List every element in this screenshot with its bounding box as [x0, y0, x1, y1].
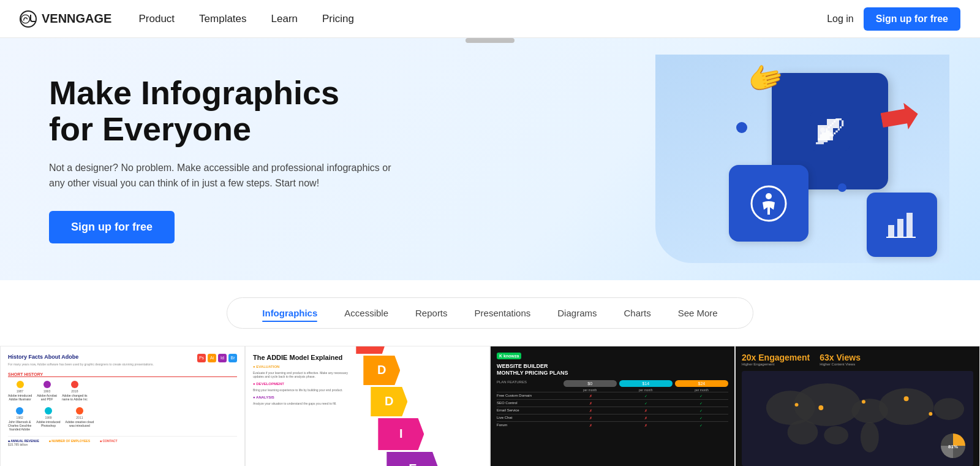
hero-section: Make Infographics for Everyone Not a des…	[0, 38, 980, 280]
nav-pricing[interactable]: Pricing	[320, 13, 356, 25]
card-adobe-content: History Facts About Adobe For many years…	[1, 346, 244, 466]
cards-section: History Facts About Adobe For many years…	[0, 346, 980, 466]
hero-content: Make Infographics for Everyone Not a des…	[0, 38, 441, 280]
pricing-row-livechat: Live Chat ✗ ✗ ✓	[497, 414, 728, 421]
svg-point-0	[21, 15, 30, 23]
nav-links: Product Templates Learn Pricing	[136, 13, 356, 25]
logo-icon	[20, 10, 37, 28]
card-addie-inner: The ADDIE Model Explained ● EVALUATION E…	[246, 346, 489, 466]
card-addie-title: The ADDIE Model Explained	[253, 354, 351, 361]
pricing-row-seo: SEO Control ✗ ✓ ✓	[497, 399, 728, 407]
navbar: VENNGAGE Product Templates Learn Pricing…	[0, 0, 980, 38]
stat-engagement-label: Higher Engagement	[742, 362, 810, 366]
card-map-content: 20x Engagement Higher Engagement 63x Vie…	[736, 346, 979, 466]
card-pricing-header: K knowza	[497, 353, 728, 359]
svg-point-16	[824, 426, 848, 445]
hero-illustration: 🖌 🫱	[662, 38, 980, 280]
stat-views-label: Higher Content Views	[820, 362, 861, 366]
logo[interactable]: VENNGAGE	[20, 10, 111, 28]
puzzle-piece-charts	[867, 193, 937, 257]
plan-free: $0 per month	[564, 380, 617, 392]
svg-rect-6	[888, 225, 894, 237]
stat-views: 63x Views	[820, 353, 861, 362]
plan-14: $14 per month	[619, 380, 673, 392]
hero-signup-button[interactable]: Sign up for free	[49, 211, 175, 243]
svg-point-19	[862, 400, 865, 403]
card-pricing-plans: PLAN FEATURES $0 per month $14 per month…	[497, 380, 728, 392]
svg-rect-8	[907, 213, 913, 237]
card-pricing-inner: K knowza WEBSITE BUILDERMONTHLY PRICING …	[491, 346, 734, 466]
svg-point-21	[929, 412, 932, 416]
login-button[interactable]: Log in	[827, 13, 854, 25]
hero-subtitle: Not a designer? No problem. Make accessi…	[49, 160, 392, 191]
card-adobe-icons: Ps Ai Id Br	[197, 354, 237, 362]
plan-24: $24 per month	[675, 380, 728, 392]
tabs-container: Infographics Accessible Reports Presenta…	[227, 297, 753, 329]
card-pricing-logo: K knowza	[497, 353, 521, 359]
pie-chart: 81%	[938, 430, 968, 461]
card-pricing-table: Free Custom Domain ✗ ✓ ✓ SEO Control ✗ ✓…	[497, 392, 728, 429]
card-pricing[interactable]: K knowza WEBSITE BUILDERMONTHLY PRICING …	[490, 346, 735, 466]
card-addie[interactable]: The ADDIE Model Explained ● EVALUATION E…	[245, 346, 490, 466]
card-addie-content: The ADDIE Model Explained ● EVALUATION E…	[246, 346, 489, 466]
nav-templates[interactable]: Templates	[197, 13, 249, 25]
card-adobe-subtitle: For many years now, Adobe software has b…	[8, 362, 154, 366]
svg-point-15	[788, 420, 818, 445]
world-map: 81%	[742, 371, 973, 466]
svg-point-14	[933, 398, 964, 420]
red-arrow-icon	[880, 101, 921, 140]
svg-text:81%: 81%	[948, 444, 958, 449]
svg-point-18	[818, 405, 823, 410]
tab-see-more[interactable]: See More	[666, 302, 730, 324]
nav-learn[interactable]: Learn	[269, 13, 300, 25]
card-map-inner: 20x Engagement Higher Engagement 63x Vie…	[736, 346, 979, 466]
nav-product[interactable]: Product	[136, 13, 177, 25]
tab-diagrams[interactable]: Diagrams	[545, 302, 609, 324]
card-pricing-content: K knowza WEBSITE BUILDERMONTHLY PRICING …	[491, 346, 734, 466]
puzzle-piece-accessibility	[729, 165, 809, 242]
tabs-section: Infographics Accessible Reports Presenta…	[0, 297, 980, 329]
card-pricing-title: WEBSITE BUILDERMONTHLY PRICING PLANS	[497, 363, 728, 376]
hero-title: Make Infographics for Everyone	[49, 75, 392, 148]
tab-reports[interactable]: Reports	[403, 302, 460, 324]
tab-presentations[interactable]: Presentations	[462, 302, 543, 324]
nav-left: VENNGAGE Product Templates Learn Pricing	[20, 10, 356, 28]
svg-point-13	[879, 388, 934, 425]
card-adobe-timeline-2: 1982 John Warnock &Charles Geschkefounde…	[8, 406, 237, 431]
card-adobe-inner: History Facts About Adobe For many years…	[1, 346, 244, 466]
card-map[interactable]: 20x Engagement Higher Engagement 63x Vie…	[735, 346, 980, 466]
svg-point-11	[794, 383, 861, 426]
svg-point-17	[861, 422, 879, 453]
brand-name: VENNGAGE	[42, 12, 111, 26]
nav-right: Log in Sign up for free	[827, 7, 960, 31]
svg-marker-3	[880, 101, 921, 134]
puzzle-container: 🖌 🫱	[692, 55, 949, 263]
card-adobe-title: History Facts About Adobe	[8, 354, 154, 360]
scroll-indicator	[466, 38, 514, 43]
card-map-stats: 20x Engagement Higher Engagement 63x Vie…	[742, 353, 973, 366]
tab-accessible[interactable]: Accessible	[332, 302, 401, 324]
svg-point-5	[766, 193, 772, 199]
pricing-row-domain: Free Custom Domain ✗ ✓ ✓	[497, 392, 728, 399]
card-adobe[interactable]: History Facts About Adobe For many years…	[0, 346, 245, 466]
svg-point-20	[904, 396, 909, 401]
stat-engagement: 20x Engagement	[742, 353, 810, 362]
pricing-row-email: Email Service ✗ ✗ ✓	[497, 407, 728, 414]
svg-rect-7	[897, 219, 903, 237]
tab-infographics[interactable]: Infographics	[250, 302, 330, 324]
card-adobe-timeline: 1987 Adobe introducedAdobe Illustrator 1…	[8, 380, 237, 401]
nav-signup-button[interactable]: Sign up for free	[864, 7, 960, 31]
svg-point-22	[795, 403, 799, 407]
tab-charts[interactable]: Charts	[611, 302, 663, 324]
pricing-row-forum: Forum ✗ ✗ ✓	[497, 421, 728, 429]
card-adobe-section: SHORT HISTORY	[8, 372, 237, 377]
